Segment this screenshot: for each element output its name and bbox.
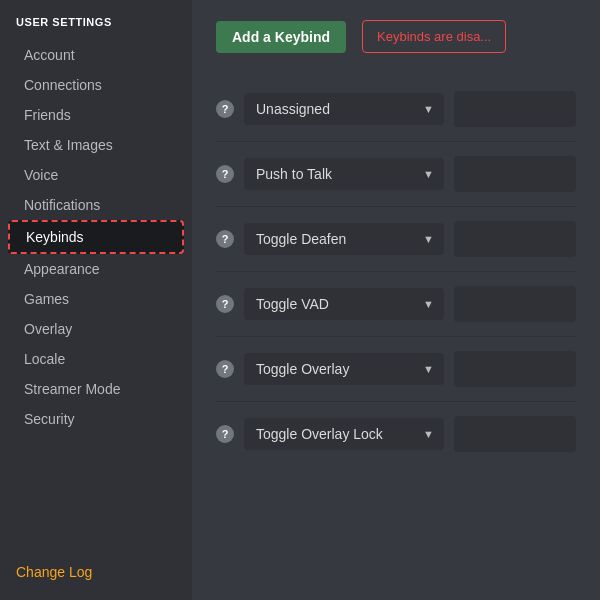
keybind-action-select[interactable]: Unassigned Push to Talk Toggle Deafen To… [244,223,444,255]
sidebar-item-label: Voice [24,167,58,183]
sidebar-item-label: Keybinds [26,229,84,245]
keybind-action-select[interactable]: Unassigned Push to Talk Toggle Deafen To… [244,158,444,190]
sidebar-item-text-images[interactable]: Text & Images [8,130,184,160]
sidebar-item-connections[interactable]: Connections [8,70,184,100]
sidebar-item-account[interactable]: Account [8,40,184,70]
keybind-action-select[interactable]: Unassigned Push to Talk Toggle Deafen To… [244,288,444,320]
sidebar: USER SETTINGS Account Connections Friend… [0,0,192,600]
sidebar-item-label: Locale [24,351,65,367]
table-row: ? Unassigned Push to Talk Toggle Deafen … [216,142,576,207]
keybind-action-select[interactable]: Unassigned Push to Talk Toggle Deafen To… [244,93,444,125]
sidebar-item-label: Notifications [24,197,100,213]
keybind-dropdown-wrapper: Unassigned Push to Talk Toggle Deafen To… [244,288,444,320]
help-icon[interactable]: ? [216,230,234,248]
help-icon[interactable]: ? [216,425,234,443]
sidebar-item-appearance[interactable]: Appearance [8,254,184,284]
keybind-input-box[interactable] [454,416,576,452]
table-row: ? Unassigned Push to Talk Toggle Deafen … [216,402,576,466]
sidebar-item-label: Appearance [24,261,100,277]
add-keybind-button[interactable]: Add a Keybind [216,21,346,53]
keybind-dropdown-wrapper: Unassigned Push to Talk Toggle Deafen To… [244,158,444,190]
help-icon[interactable]: ? [216,165,234,183]
sidebar-item-label: Text & Images [24,137,113,153]
table-row: ? Unassigned Push to Talk Toggle Deafen … [216,207,576,272]
keybind-input-box[interactable] [454,351,576,387]
sidebar-item-security[interactable]: Security [8,404,184,434]
keybinds-disabled-badge: Keybinds are disa... [362,20,506,53]
sidebar-item-voice[interactable]: Voice [8,160,184,190]
keybind-input-box[interactable] [454,221,576,257]
sidebar-item-games[interactable]: Games [8,284,184,314]
sidebar-item-label: Security [24,411,75,427]
keybind-action-select[interactable]: Unassigned Push to Talk Toggle Deafen To… [244,353,444,385]
sidebar-item-streamer-mode[interactable]: Streamer Mode [8,374,184,404]
keybind-action-select[interactable]: Unassigned Push to Talk Toggle Deafen To… [244,418,444,450]
sidebar-title: USER SETTINGS [0,16,192,40]
changelog-link[interactable]: Change Log [0,552,192,600]
sidebar-item-label: Streamer Mode [24,381,120,397]
keybind-dropdown-wrapper: Unassigned Push to Talk Toggle Deafen To… [244,418,444,450]
sidebar-item-label: Friends [24,107,71,123]
sidebar-item-notifications[interactable]: Notifications [8,190,184,220]
help-icon[interactable]: ? [216,100,234,118]
table-row: ? Unassigned Push to Talk Toggle Deafen … [216,77,576,142]
help-icon[interactable]: ? [216,360,234,378]
main-content: Add a Keybind Keybinds are disa... ? Una… [192,0,600,600]
keybind-dropdown-wrapper: Unassigned Push to Talk Toggle Deafen To… [244,353,444,385]
sidebar-item-label: Games [24,291,69,307]
keybind-input-box[interactable] [454,286,576,322]
top-bar: Add a Keybind Keybinds are disa... [216,20,576,53]
keybind-input-box[interactable] [454,156,576,192]
sidebar-item-overlay[interactable]: Overlay [8,314,184,344]
keybind-dropdown-wrapper: Unassigned Push to Talk Toggle Deafen To… [244,93,444,125]
sidebar-item-label: Account [24,47,75,63]
help-icon[interactable]: ? [216,295,234,313]
table-row: ? Unassigned Push to Talk Toggle Deafen … [216,272,576,337]
keybind-input-box[interactable] [454,91,576,127]
sidebar-item-locale[interactable]: Locale [8,344,184,374]
sidebar-item-label: Connections [24,77,102,93]
keybind-dropdown-wrapper: Unassigned Push to Talk Toggle Deafen To… [244,223,444,255]
keybind-list: ? Unassigned Push to Talk Toggle Deafen … [216,77,576,466]
sidebar-item-label: Overlay [24,321,72,337]
table-row: ? Unassigned Push to Talk Toggle Deafen … [216,337,576,402]
sidebar-item-keybinds[interactable]: Keybinds [8,220,184,254]
sidebar-item-friends[interactable]: Friends [8,100,184,130]
